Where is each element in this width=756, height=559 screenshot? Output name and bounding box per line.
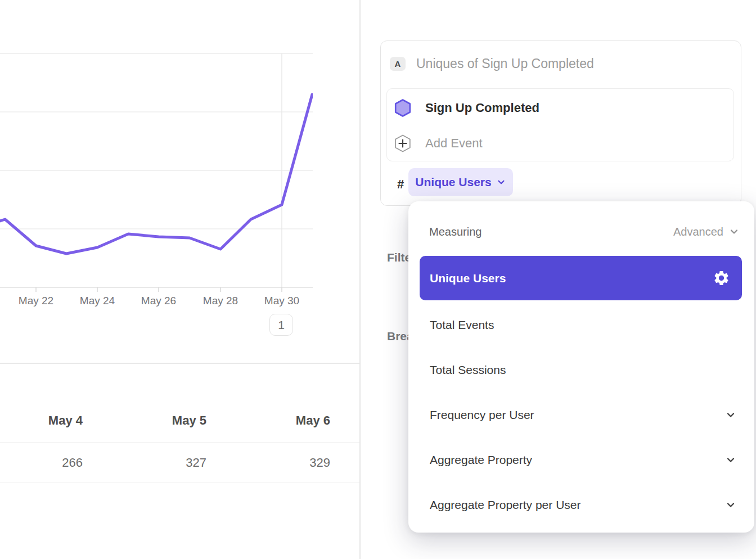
event-name: Sign Up Completed: [425, 101, 539, 115]
chevron-down-icon: [725, 454, 736, 466]
event-box: Sign Up Completed Add Event: [386, 88, 734, 161]
measuring-mode-value: Advanced: [673, 226, 723, 238]
x-axis-label: May 24: [72, 295, 123, 307]
chart-panel: May 22May 24May 26May 28May 30 1 May 4 M…: [0, 0, 359, 559]
chevron-down-icon: [725, 409, 736, 421]
chevron-down-icon: [725, 499, 736, 511]
measuring-option-label: Aggregate Property per User: [430, 498, 580, 512]
table-cell-value: 266: [0, 456, 83, 470]
pagination-badge[interactable]: 1: [269, 314, 293, 336]
results-table-header: May 4 May 5 May 6: [0, 398, 359, 443]
add-event-label: Add Event: [425, 136, 483, 151]
measuring-menu-popover: Measuring Advanced Unique Users: [408, 201, 754, 533]
measuring-option-label: Unique Users: [430, 272, 506, 285]
measuring-option[interactable]: Unique Users: [420, 256, 742, 300]
measuring-option[interactable]: Total Sessions: [420, 348, 742, 393]
table-cell-value: 327: [83, 456, 206, 470]
table-column-header[interactable]: May 4: [0, 413, 83, 428]
measurement-value: Unique Users: [415, 175, 491, 189]
measuring-option-label: Frequency per User: [430, 408, 534, 422]
x-axis-label: May 22: [11, 295, 61, 307]
gear-icon[interactable]: [713, 269, 730, 287]
measuring-option[interactable]: Frequency per User: [420, 393, 742, 438]
insights-report-view: May 22May 24May 26May 28May 30 1 May 4 M…: [0, 0, 756, 559]
measuring-option[interactable]: Total Events: [420, 303, 742, 348]
measuring-option-label: Aggregate Property: [430, 453, 532, 467]
panel-divider: [359, 0, 361, 559]
measuring-menu-title: Measuring: [429, 226, 482, 238]
event-row[interactable]: Sign Up Completed: [394, 98, 539, 118]
series-badge: A: [390, 57, 406, 71]
series-title: Uniques of Sign Up Completed: [416, 56, 594, 71]
measuring-option-label: Total Events: [430, 318, 494, 332]
pagination-label: 1: [278, 318, 285, 332]
table-cell-value: 329: [206, 456, 330, 470]
add-event-button[interactable]: Add Event: [394, 134, 483, 153]
measurement-dropdown-button[interactable]: Unique Users: [408, 168, 513, 196]
chevron-down-icon: [728, 226, 740, 237]
horizontal-divider: [0, 363, 359, 364]
table-column-header[interactable]: May 5: [83, 413, 206, 428]
measuring-menu-header: Measuring Advanced: [429, 221, 740, 242]
measuring-option-label: Total Sessions: [430, 363, 506, 377]
chevron-down-icon: [496, 177, 506, 187]
results-table-row: 266 327 329: [0, 444, 359, 483]
x-axis-label: May 30: [256, 295, 307, 307]
trend-line-chart: [0, 45, 313, 304]
metric-card: A Uniques of Sign Up Completed Sign Up C…: [380, 40, 741, 206]
event-hexagon-icon: [394, 99, 411, 117]
series-title-row: A Uniques of Sign Up Completed: [390, 56, 594, 71]
table-column-header[interactable]: May 6: [206, 413, 330, 428]
measuring-option[interactable]: Aggregate Property per User: [420, 483, 742, 528]
add-event-icon: [394, 134, 411, 152]
count-prefix: #: [397, 177, 404, 192]
measuring-options-list: Unique Users Total Events Total Se: [420, 256, 742, 528]
x-axis-label: May 28: [195, 295, 246, 307]
x-axis-label: May 26: [133, 295, 184, 307]
measuring-option[interactable]: Aggregate Property: [420, 438, 742, 483]
measuring-mode-selector[interactable]: Advanced: [673, 226, 740, 238]
